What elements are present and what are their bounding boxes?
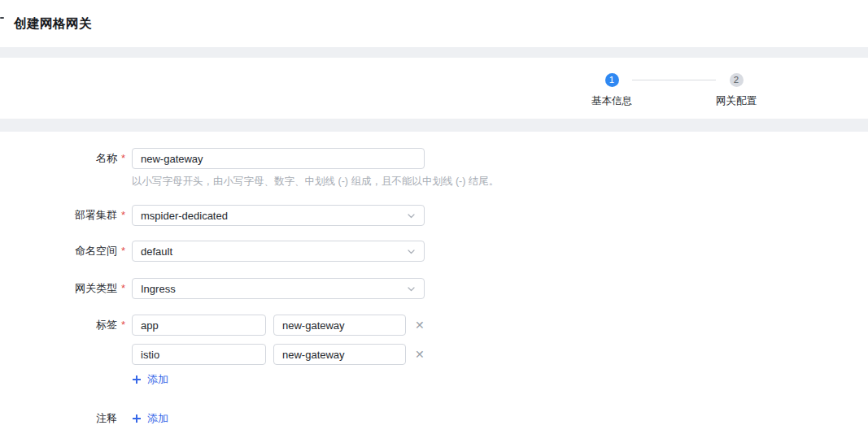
gateway-type-label: 网关类型 bbox=[0, 278, 117, 299]
labels-editor: ✕ ✕ 添加 bbox=[132, 315, 426, 388]
plus-icon bbox=[132, 414, 142, 423]
namespace-select[interactable]: default bbox=[132, 241, 425, 262]
gateway-type-select-value: Ingress bbox=[141, 283, 176, 295]
close-icon: ✕ bbox=[415, 319, 425, 332]
chevron-down-icon bbox=[407, 211, 416, 220]
section-divider bbox=[0, 119, 868, 132]
step-basic-info[interactable]: 1 基本信息 bbox=[591, 73, 632, 108]
add-annotation-text: 添加 bbox=[147, 411, 168, 426]
label-key-input[interactable] bbox=[132, 315, 266, 336]
cluster-select[interactable]: mspider-dedicated bbox=[132, 205, 425, 226]
stepper: 1 基本信息 2 网关配置 bbox=[591, 73, 757, 108]
step-1-dot: 1 bbox=[605, 73, 619, 87]
step-2-label: 网关配置 bbox=[716, 94, 757, 108]
stepper-section: 1 基本信息 2 网关配置 bbox=[0, 58, 868, 119]
required-marker: * bbox=[117, 205, 132, 226]
step-gateway-config[interactable]: 2 网关配置 bbox=[716, 73, 757, 108]
page-title: 创建网格网关 bbox=[14, 15, 92, 33]
plus-icon bbox=[132, 375, 142, 384]
name-label: 名称 bbox=[0, 148, 117, 169]
close-icon: ✕ bbox=[415, 348, 425, 361]
label-value-input[interactable] bbox=[273, 315, 406, 336]
title-bar: 创建网格网关 bbox=[0, 0, 868, 47]
step-1-label: 基本信息 bbox=[591, 94, 632, 108]
labels-label: 标签 bbox=[0, 315, 117, 336]
form-row-labels: 标签 * ✕ ✕ 添加 bbox=[0, 315, 868, 388]
annotations-label: 注释 bbox=[0, 408, 117, 429]
remove-label-button[interactable]: ✕ bbox=[413, 349, 426, 360]
form-row-annotations: 注释 添加 bbox=[0, 408, 868, 429]
gateway-form: 名称 * 以小写字母开头，由小写字母、数字、中划线 (-) 组成，且不能以中划线… bbox=[0, 132, 868, 434]
add-label-button[interactable]: 添加 bbox=[132, 372, 168, 387]
add-label-text: 添加 bbox=[147, 372, 168, 387]
gateway-type-select[interactable]: Ingress bbox=[132, 278, 425, 299]
cluster-select-value: mspider-dedicated bbox=[141, 210, 228, 222]
step-2-dot: 2 bbox=[730, 73, 744, 87]
cluster-label: 部署集群 bbox=[0, 205, 117, 226]
required-marker: * bbox=[117, 315, 132, 336]
name-input[interactable] bbox=[132, 148, 425, 169]
required-marker: * bbox=[117, 278, 132, 299]
namespace-select-value: default bbox=[141, 245, 172, 258]
namespace-label: 命名空间 bbox=[0, 241, 117, 262]
label-key-input[interactable] bbox=[132, 344, 266, 365]
required-marker: * bbox=[117, 148, 132, 169]
stepper-connector-line bbox=[632, 80, 716, 80]
chevron-down-icon bbox=[407, 284, 416, 293]
section-divider bbox=[0, 47, 868, 58]
back-icon[interactable] bbox=[0, 17, 4, 19]
form-row-name: 名称 * bbox=[0, 148, 868, 169]
remove-label-button[interactable]: ✕ bbox=[413, 319, 426, 331]
label-pair-row: ✕ bbox=[132, 344, 426, 365]
label-value-input[interactable] bbox=[273, 344, 406, 365]
add-annotation-button[interactable]: 添加 bbox=[132, 411, 168, 426]
label-pair-row: ✕ bbox=[132, 315, 426, 336]
required-marker: * bbox=[117, 241, 132, 262]
chevron-down-icon bbox=[407, 247, 416, 256]
name-hint: 以小写字母开头，由小写字母、数字、中划线 (-) 组成，且不能以中划线 (-) … bbox=[132, 175, 868, 189]
form-row-cluster: 部署集群 * mspider-dedicated bbox=[0, 205, 868, 226]
form-row-gateway-type: 网关类型 * Ingress bbox=[0, 278, 868, 299]
form-row-namespace: 命名空间 * default bbox=[0, 241, 868, 262]
